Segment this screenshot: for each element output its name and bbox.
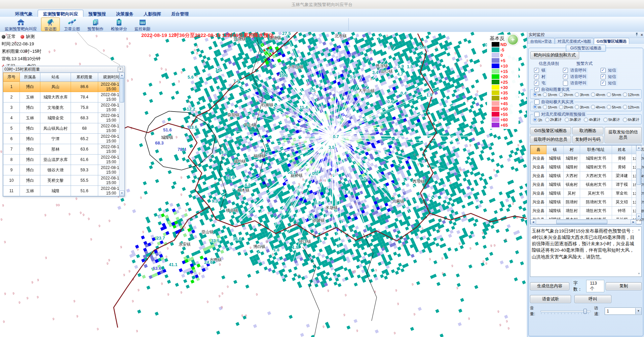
checkbox[interactable] [563, 68, 568, 73]
checkbox[interactable] [601, 81, 606, 86]
table-row[interactable]: 10博白英桥文黎55.52022-08-19 15:00 [3, 175, 124, 186]
rain-col-header[interactable]: 累积雨量 [71, 73, 98, 82]
toolbar-item-home[interactable]: 监测预警靶向叫应 [1, 17, 40, 31]
checkbox[interactable] [563, 74, 568, 79]
checkbox[interactable] [534, 68, 539, 73]
gis-select-button[interactable]: GIS预警区域圈选 [530, 127, 571, 134]
checkbox[interactable] [534, 99, 539, 104]
rain-col-header[interactable]: 站名 [40, 73, 71, 82]
table-row[interactable]: 9博白顿谷大塘59.32022-08-19 15:00 [3, 165, 124, 175]
radio-button[interactable] [623, 92, 627, 97]
radio-button[interactable] [607, 105, 611, 109]
radio-option[interactable]: m [533, 92, 541, 97]
contacts-col-header[interactable]: 姓名 [612, 145, 632, 154]
radio-option[interactable]: 1h [533, 118, 542, 122]
rain-table-scrollbar[interactable]: ▲ ▼ [119, 73, 124, 196]
scroll-thumb[interactable] [120, 78, 124, 102]
scroll-down-icon[interactable]: ▼ [638, 272, 640, 276]
table-row[interactable]: 兴业县城隍镇塘肚村塘肚村支书钟塔137885534 [531, 207, 644, 215]
radio-button[interactable] [543, 92, 547, 97]
radio-button[interactable] [559, 105, 563, 109]
radio-button[interactable] [559, 92, 563, 97]
generate-message-button[interactable]: 生成信息内容 [530, 282, 569, 290]
panel-tab[interactable]: GIS预警区域圈选 [594, 38, 629, 45]
radio-button[interactable] [565, 118, 569, 122]
panel-tab[interactable]: 自动站+雷达 [528, 38, 555, 44]
radio-option[interactable]: 12h+m [623, 92, 639, 97]
scroll-thumb[interactable] [637, 169, 641, 185]
radio-option[interactable]: 3h+m [575, 105, 589, 109]
radio-option[interactable]: m [533, 105, 541, 109]
scroll-left-icon[interactable]: ◀ [530, 219, 536, 224]
radio-option[interactable]: 1h+m [543, 92, 557, 97]
radio-button[interactable] [623, 105, 627, 109]
radio-button[interactable] [545, 118, 550, 122]
contacts-col-header[interactable]: 县 [531, 145, 546, 154]
table-row[interactable]: 11玉林城隍51.62022-08-19 15:00 [3, 186, 124, 196]
radio-option[interactable]: 5h累计 [603, 117, 620, 122]
close-icon[interactable]: × [118, 67, 123, 72]
checkbox[interactable] [534, 112, 539, 117]
table-row[interactable]: 6博白宁潭65.22022-08-19 15:00 [3, 134, 124, 144]
contacts-hscrollbar[interactable]: ◀ ▶ [530, 219, 636, 224]
toolbar-item-calendar[interactable]: 监控刷新 [131, 17, 154, 31]
toolbar-item-satellite[interactable]: 卫星云图 [61, 17, 83, 31]
scroll-up-icon[interactable]: ▲ [636, 145, 641, 151]
radio-button[interactable] [591, 105, 595, 109]
checkbox[interactable] [601, 74, 606, 79]
call-level-button[interactable]: 靶向叫应的级别和方式 [530, 51, 579, 59]
radio-button[interactable] [533, 92, 537, 97]
toolbar-item-clipboard[interactable]: 检验评分 [108, 17, 130, 31]
radio-option[interactable]: 4h+m [591, 92, 605, 97]
table-row[interactable]: 兴业县城隍镇陈塘村陈塘村支书莫文绍139775796 [531, 198, 644, 207]
table-row[interactable]: 7博白那林63.62022-08-19 15:00 [3, 144, 124, 155]
voice-preview-button[interactable]: 语音试听 [530, 295, 571, 303]
radio-option[interactable]: 1h+m [543, 105, 557, 109]
scroll-thumb[interactable] [556, 220, 607, 224]
radio-option[interactable]: 3h+m [575, 92, 589, 97]
radio-button[interactable] [584, 118, 588, 122]
radio-button[interactable] [533, 105, 537, 109]
table-row[interactable]: 兴业县城隍镇莫村莫村支书覃金乾134575405 [531, 189, 644, 198]
table-row[interactable]: 1博白凤山86.62022-08-19 15:00 [3, 82, 124, 92]
table-row[interactable]: 5博白凤山镇凤山村682022-08-19 15:00 [3, 123, 124, 134]
radio-option[interactable]: 4h累计 [584, 117, 600, 122]
contacts-col-header[interactable]: 职务/地址 [580, 145, 612, 154]
table-row[interactable]: 兴业县城隍镇镇南村镇南村支书谭于模151775946 [531, 180, 644, 189]
warning-message-textarea[interactable]: 玉林市气象台19日5时15分发布暴雨橙色预警信号：4时以来兴业县城隍大西水库已出… [530, 226, 642, 277]
radio-button[interactable] [575, 105, 579, 109]
cancel-select-button[interactable]: 取消圈选 [572, 127, 603, 134]
slider-thumb[interactable] [583, 309, 587, 314]
toolbar-item-radar[interactable]: 雷达图 [41, 17, 60, 31]
radio-button[interactable] [575, 92, 579, 97]
copy-button[interactable]: 复制 [606, 282, 642, 290]
scroll-up-icon[interactable]: ▲ [638, 228, 640, 231]
speed-select[interactable]: 1 ▼ [605, 307, 642, 315]
table-row[interactable]: 兴业县城隍镇城隍村城隍村支书黄铸135176975 [531, 163, 644, 172]
scroll-up-icon[interactable]: ▲ [119, 73, 124, 78]
call-button[interactable]: 呼叫 [574, 295, 611, 303]
extract-sms-informers-button[interactable]: 提取发短信的信息员 [605, 127, 642, 143]
checkbox[interactable] [534, 81, 539, 86]
table-row[interactable]: 兴业县城隍镇城隍村城隍村支书黄铸135176975 [531, 154, 644, 163]
contacts-col-header[interactable]: 镇 [546, 145, 564, 154]
radio-option[interactable]: 12h+m [623, 105, 639, 109]
radio-button[interactable] [591, 92, 595, 97]
extract-call-informers-button[interactable]: 提取呼叫的信息员 [530, 136, 571, 143]
volume-slider[interactable] [540, 308, 591, 314]
radio-button[interactable] [603, 118, 608, 122]
copy-call-numbers-button[interactable]: 复制呼叫号码 [572, 136, 603, 143]
scroll-down-icon[interactable]: ▼ [119, 191, 124, 196]
table-row[interactable]: 3博白文地姜充75.82022-08-19 15:00 [3, 102, 124, 113]
close-icon[interactable]: × [641, 33, 643, 37]
pin-icon[interactable] [635, 33, 639, 37]
toolbar-item-warning-doc[interactable]: 预警制作 [84, 17, 107, 31]
scroll-down-icon[interactable]: ▼ [636, 214, 641, 219]
table-row[interactable]: 兴业县城隍镇大西村大西村支书梁泽建130149571 [531, 172, 644, 180]
radio-option[interactable]: 3h累计 [565, 117, 581, 122]
scroll-right-icon[interactable]: ▶ [631, 219, 636, 224]
rain-col-header[interactable]: 所属县 [20, 73, 40, 82]
contacts-col-header[interactable]: 村 [564, 145, 580, 154]
radio-option[interactable]: 2h+m [559, 105, 573, 109]
checkbox[interactable] [601, 68, 606, 73]
